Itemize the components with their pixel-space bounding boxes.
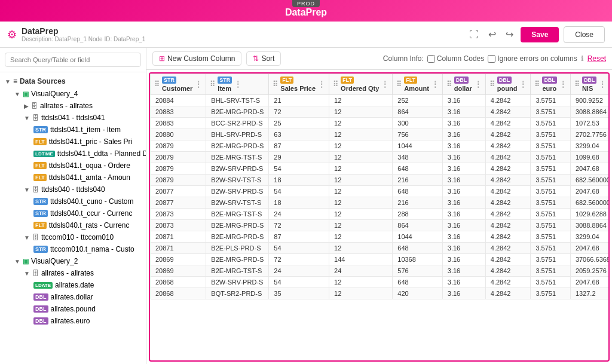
col-type-badge: FLT — [280, 77, 293, 84]
drag-handle-icon: ⠿ — [489, 80, 495, 88]
column-codes-checkbox-label[interactable]: Column Codes — [427, 54, 484, 63]
table-row: 20871B2E-MRG-PRD-S871210443.164.28423.57… — [151, 231, 610, 243]
table-row: 20873B2E-MRG-PRD-S72128643.164.28423.575… — [151, 220, 610, 231]
ttdsls041-pric-label: ttdsls041.t_pric - Sales Pri — [49, 137, 132, 146]
cell-r4-c4: 1044 — [393, 140, 443, 152]
col-menu-icon[interactable]: ⋮ — [381, 80, 388, 88]
sidebar-item-allrates2[interactable]: ▼ 🗄 allrates - allrates — [0, 267, 146, 279]
th-item[interactable]: ⠿ STR Item ⋮ — [206, 74, 269, 95]
drag-handle-icon: ⠿ — [273, 80, 278, 88]
sidebar-item-vq4[interactable]: ▼ ▣ VisualQuery_4 — [0, 88, 146, 100]
th-sales_price[interactable]: ⠿ FLT Sales Price ⋮ — [269, 74, 329, 95]
th-amount[interactable]: ⠿ FLT Amount ⋮ — [393, 74, 443, 95]
save-button[interactable]: Save — [521, 27, 559, 42]
chevron-vq4-icon: ▼ — [14, 91, 20, 97]
plus-column-icon: ⊞ — [159, 54, 165, 63]
ignore-errors-checkbox[interactable] — [488, 55, 495, 63]
table-row: 20883B2E-MRG-PRD-S72128643.164.28423.575… — [151, 106, 610, 118]
cell-r8-c8: 2047.68 — [570, 186, 610, 197]
col-menu-icon[interactable]: ⋮ — [559, 80, 567, 88]
cell-r0-c6: 4.2842 — [485, 95, 531, 106]
sidebar-item-ttdsls040-cuno[interactable]: STR ttdsls040.t_cuno - Custom — [0, 195, 146, 207]
sidebar-item-allrates-dollar[interactable]: DBL allrates.dollar — [0, 291, 146, 303]
redo-button[interactable]: ↪ — [503, 26, 516, 42]
col-menu-icon[interactable]: ⋮ — [234, 80, 241, 88]
dbl-badge2: DBL — [33, 305, 48, 313]
cell-r9-c0: 20877 — [151, 197, 206, 209]
undo-button[interactable]: ↩ — [486, 26, 498, 42]
reset-link[interactable]: Reset — [587, 54, 606, 63]
content-area: ⊞ New Custom Column ⇅ Sort Column Info: … — [146, 48, 612, 364]
sidebar-item-allrates-pound[interactable]: DBL allrates.pound — [0, 303, 146, 315]
col-menu-icon[interactable]: ⋮ — [195, 80, 202, 88]
col-menu-icon[interactable]: ⋮ — [318, 80, 325, 88]
ttdsls040-label: ttdsls040 - ttdsls040 — [41, 185, 105, 194]
sidebar-item-ttdsls041-pric[interactable]: FLT ttdsls041.t_pric - Sales Pri — [0, 136, 146, 148]
cell-r14-c8: 37066.6368 — [570, 254, 610, 265]
sidebar-item-ttdsls041-item[interactable]: STR ttdsls041.t_item - Item — [0, 124, 146, 136]
search-input[interactable] — [5, 53, 141, 67]
cell-r11-c2: 72 — [269, 220, 329, 231]
toolbar-right: Column Info: Column Codes Ignore errors … — [383, 54, 606, 63]
cell-r8-c5: 3.16 — [442, 186, 485, 197]
cell-r1-c4: 864 — [393, 106, 443, 118]
sidebar-item-ttdsls041-amta[interactable]: FLT ttdsls041.t_amta - Amoun — [0, 172, 146, 183]
table-row: 20877B2W-SRV-PRD-S54126483.164.28423.575… — [151, 186, 610, 197]
col-name: dollar — [454, 85, 472, 92]
cell-r1-c6: 4.2842 — [485, 106, 531, 118]
sort-button[interactable]: ⇅ Sort — [246, 51, 281, 66]
th-customer[interactable]: ⠿ STR Customer ⋮ — [151, 74, 206, 95]
col-type-badge: DBL — [542, 77, 557, 84]
db-icon5: 🗄 — [32, 270, 39, 277]
table-row: 20868BQT-SR2-PRD-S35124203.164.28423.575… — [151, 288, 610, 299]
col-menu-icon[interactable]: ⋮ — [432, 80, 439, 88]
sidebar-item-ttdsls040-rats[interactable]: FLT ttdsls040.t_rats - Currenc — [0, 219, 146, 231]
col-name: Item — [218, 85, 231, 92]
sidebar-item-ttdsls040-ccur[interactable]: STR ttdsls040.t_ccur - Currenc — [0, 207, 146, 219]
chevron-ttdsls041-icon: ▼ — [24, 115, 30, 121]
sidebar-item-ttccom010-nama[interactable]: STR ttccom010.t_nama - Custo — [0, 243, 146, 255]
cell-r12-c0: 20871 — [151, 231, 206, 243]
cell-r5-c8: 1099.68 — [570, 152, 610, 163]
sidebar-item-vq2[interactable]: ▼ ▣ VisualQuery_2 — [0, 255, 146, 267]
ttdsls041-amta-label: ttdsls041.t_amta - Amoun — [49, 173, 130, 182]
col-type-badge: DBL — [582, 77, 597, 84]
th-euro[interactable]: ⠿ DBL euro ⋮ — [531, 74, 571, 95]
sidebar-item-allrates-date[interactable]: LDATE allrates.date — [0, 279, 146, 291]
chevron-allrates-icon: ▶ — [24, 103, 29, 109]
column-codes-checkbox[interactable] — [427, 55, 435, 63]
sidebar-item-allrates-vq4[interactable]: ▶ 🗄 allrates - allrates — [0, 100, 146, 112]
ignore-errors-checkbox-label[interactable]: Ignore errors on columns — [488, 54, 577, 63]
data-sources-header[interactable]: ▼ ≡ Data Sources — [0, 75, 146, 88]
main-layout: ▼ ≡ Data Sources ▼ ▣ VisualQuery_4 ▶ 🗄 a… — [0, 48, 612, 364]
sidebar-item-ttdsls040[interactable]: ▼ 🗄 ttdsls040 - ttdsls040 — [0, 183, 146, 195]
sidebar-item-ttdsls041-oqua[interactable]: FLT ttdsls041.t_oqua - Ordere — [0, 160, 146, 172]
th-nis[interactable]: ⠿ DBL NIS ⋮ — [570, 74, 610, 95]
sidebar-item-ttdsls041-ddta[interactable]: LDTIME ttdsls041.t_ddta - Planned D — [0, 148, 146, 160]
cell-r10-c0: 20873 — [151, 209, 206, 220]
db-icon4: 🗄 — [32, 234, 39, 241]
th-dollar[interactable]: ⠿ DBL dollar ⋮ — [442, 74, 485, 95]
cell-r6-c7: 3.5751 — [531, 163, 571, 175]
table-row: 20868B2W-SRV-PRD-S54126483.164.28423.575… — [151, 277, 610, 288]
sidebar-item-allrates-euro[interactable]: DBL allrates.euro — [0, 315, 146, 327]
col-menu-icon[interactable]: ⋮ — [475, 80, 482, 88]
close-button[interactable]: Close — [564, 26, 605, 43]
table-row: 20880BHL-SRV-PRD-S63127563.164.28423.575… — [151, 129, 610, 140]
col-menu-icon[interactable]: ⋮ — [599, 80, 606, 88]
new-custom-column-button[interactable]: ⊞ New Custom Column — [152, 51, 241, 66]
vq4-label: VisualQuery_4 — [31, 90, 78, 98]
app-title: DataPrep — [285, 7, 327, 18]
th-ordered_qty[interactable]: ⠿ FLT Ordered Qty ⋮ — [329, 74, 393, 95]
sidebar-item-ttdsls041[interactable]: ▼ 🗄 ttdsls041 - ttdsls041 — [0, 112, 146, 124]
th-pound[interactable]: ⠿ DBL pound ⋮ — [485, 74, 531, 95]
table-row: 20879B2W-SRV-PRD-S54126483.164.28423.575… — [151, 163, 610, 175]
col-type-badge: DBL — [454, 77, 469, 84]
cell-r1-c0: 20883 — [151, 106, 206, 118]
sidebar-item-ttccom010[interactable]: ▼ 🗄 ttccom010 - ttccom010 — [0, 231, 146, 243]
cell-r1-c3: 12 — [329, 106, 393, 118]
crop-icon-button[interactable]: ⛶ — [467, 27, 481, 42]
col-menu-icon[interactable]: ⋮ — [519, 80, 527, 88]
cell-r14-c5: 3.16 — [442, 254, 485, 265]
cell-r11-c5: 3.16 — [442, 220, 485, 231]
